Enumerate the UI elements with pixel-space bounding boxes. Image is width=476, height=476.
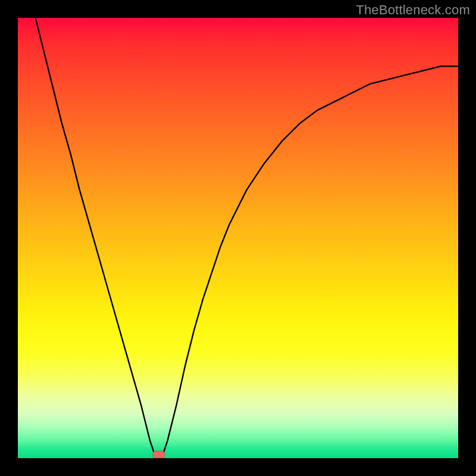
plot-area	[18, 18, 458, 458]
optimal-point-marker	[153, 451, 165, 458]
curve-layer	[18, 18, 458, 458]
bottleneck-curve	[36, 18, 458, 458]
chart-frame: TheBottleneck.com	[0, 0, 476, 476]
watermark-text: TheBottleneck.com	[356, 2, 470, 18]
